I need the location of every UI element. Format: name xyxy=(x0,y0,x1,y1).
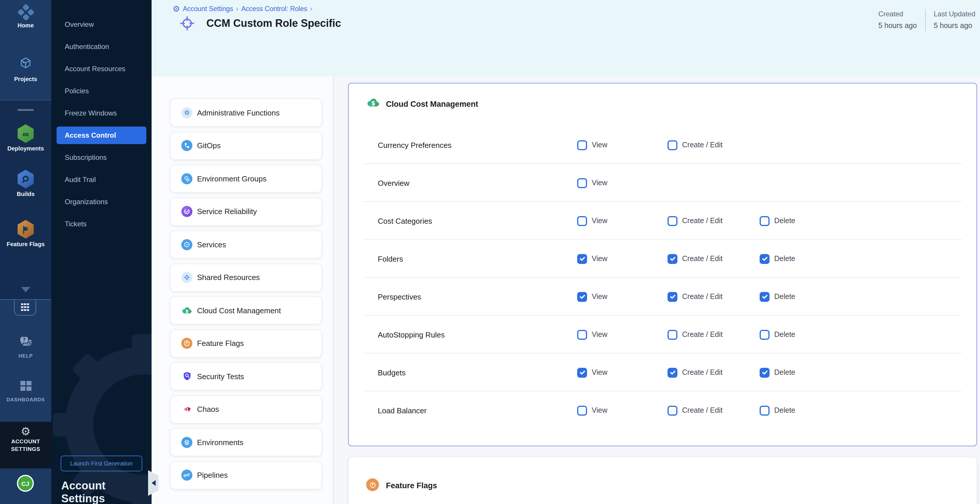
checkbox-unchecked[interactable] xyxy=(577,330,587,340)
category-item-services[interactable]: Services xyxy=(170,230,322,258)
chevron-down-icon[interactable] xyxy=(21,287,30,292)
rail-item-feature-flags[interactable]: Feature Flags xyxy=(0,220,51,248)
checkbox-label: View xyxy=(592,330,608,339)
shared-resources-icon xyxy=(181,272,192,283)
category-label: Pipelines xyxy=(197,471,228,480)
category-item-pipelines[interactable]: Pipelines xyxy=(170,461,322,489)
checkbox-unchecked[interactable] xyxy=(577,216,587,226)
permission-rows: Currency PreferencesViewCreate / EditOve… xyxy=(348,126,977,429)
category-item-chaos[interactable]: Chaos xyxy=(170,395,322,423)
checkbox-unchecked[interactable] xyxy=(668,330,678,340)
category-item-gitops[interactable]: GitOps xyxy=(170,132,322,159)
checkbox-unchecked[interactable] xyxy=(668,405,678,415)
checkbox-checked-icon[interactable] xyxy=(577,254,587,264)
rail-item-projects[interactable]: Projects xyxy=(0,55,51,83)
checkbox-unchecked[interactable] xyxy=(760,405,770,415)
checkbox-unchecked[interactable] xyxy=(577,178,587,188)
category-label: Administrative Functions xyxy=(197,108,280,117)
breadcrumb-link-access-control-roles[interactable]: Access Control: Roles xyxy=(241,5,307,12)
breadcrumb-separator: › xyxy=(236,5,239,13)
permission-checkbox-delete[interactable]: Delete xyxy=(760,330,795,340)
permission-checkbox-view[interactable]: View xyxy=(577,216,608,226)
category-item-service-reliability[interactable]: Service Reliability xyxy=(170,198,322,225)
permission-checkbox-view[interactable]: View xyxy=(577,330,608,340)
permission-checkbox-create[interactable]: Create / Edit xyxy=(668,216,722,226)
permission-checkbox-create[interactable]: Create / Edit xyxy=(668,367,722,377)
category-item-environment-groups[interactable]: Environment Groups xyxy=(170,164,322,193)
checkbox-checked-icon[interactable] xyxy=(577,367,587,377)
account-settings-sidebar: OverviewAuthenticationAccount ResourcesP… xyxy=(51,0,151,504)
permission-checkbox-delete[interactable]: Delete xyxy=(760,254,795,264)
permission-checkbox-view[interactable]: View xyxy=(577,178,608,188)
rail-item-deployments[interactable]: ∞Deployments xyxy=(0,124,51,152)
module-picker-button[interactable] xyxy=(14,299,36,316)
sidebar-item-subscriptions[interactable]: Subscriptions xyxy=(57,149,146,166)
feature-flag-circle-icon xyxy=(366,478,379,491)
checkbox-unchecked[interactable] xyxy=(760,330,770,340)
environments-layers-icon xyxy=(181,437,192,448)
category-item-shared-resources[interactable]: Shared Resources xyxy=(170,263,322,291)
breadcrumb-link-account-settings[interactable]: Account Settings xyxy=(183,5,233,12)
checkbox-checked-icon[interactable] xyxy=(577,292,587,301)
sidebar-item-organizations[interactable]: Organizations xyxy=(57,193,146,211)
permission-checkbox-delete[interactable]: Delete xyxy=(760,405,795,415)
sidebar-item-freeze-windows[interactable]: Freeze Windows xyxy=(57,104,146,122)
permission-checkbox-create[interactable]: Create / Edit xyxy=(668,292,722,301)
sidebar-item-account-resources[interactable]: Account Resources xyxy=(57,60,146,78)
launch-first-generation-button[interactable]: Launch First Generation xyxy=(60,456,142,471)
checkbox-unchecked[interactable] xyxy=(577,140,587,150)
permission-row-label: Cost Categories xyxy=(378,217,432,225)
permission-checkbox-create[interactable]: Create / Edit xyxy=(668,254,722,264)
rail-item-dashboards[interactable]: DASHBOARDS xyxy=(0,380,51,402)
sidebar-item-audit-trail[interactable]: Audit Trail xyxy=(57,171,146,188)
permission-checkbox-delete[interactable]: Delete xyxy=(760,292,795,301)
checkbox-unchecked[interactable] xyxy=(668,216,678,226)
sidebar-item-access-control[interactable]: Access Control xyxy=(57,127,146,144)
permission-checkbox-view[interactable]: View xyxy=(577,367,608,377)
checkbox-checked-icon[interactable] xyxy=(668,367,678,377)
checkbox-checked-icon[interactable] xyxy=(760,292,770,301)
checkbox-checked-icon[interactable] xyxy=(760,254,770,264)
permission-checkbox-create[interactable]: Create / Edit xyxy=(668,405,722,415)
checkbox-label: Create / Edit xyxy=(682,368,722,376)
category-label: Cloud Cost Management xyxy=(197,306,281,315)
module-icon-rail: Home Projects∞Deployments Builds Feature… xyxy=(0,0,51,504)
user-avatar[interactable]: CJ xyxy=(17,475,34,492)
category-item-feature-flags[interactable]: Feature Flags xyxy=(170,329,322,357)
rail-item-help[interactable]: ? HELP xyxy=(0,336,51,359)
sidebar-item-authentication[interactable]: Authentication xyxy=(57,38,146,56)
permission-checkbox-delete[interactable]: Delete xyxy=(760,367,795,377)
checkbox-checked-icon[interactable] xyxy=(668,254,678,264)
checkbox-label: Delete xyxy=(774,406,795,415)
category-item-environments[interactable]: Environments xyxy=(170,428,322,456)
sidebar-item-policies[interactable]: Policies xyxy=(57,82,146,100)
checkbox-label: View xyxy=(592,141,608,149)
rail-item-home[interactable]: Home xyxy=(0,5,51,29)
sidebar-item-overview[interactable]: Overview xyxy=(57,16,146,33)
permission-checkbox-view[interactable]: View xyxy=(577,292,608,301)
category-label: Security Tests xyxy=(197,372,244,381)
rail-item-label: Feature Flags xyxy=(0,241,51,248)
permission-checkbox-view[interactable]: View xyxy=(577,254,608,264)
panel-header: $ Cloud Cost Management xyxy=(348,83,977,126)
permission-checkbox-view[interactable]: View xyxy=(577,405,608,415)
checkbox-unchecked[interactable] xyxy=(760,216,770,226)
checkbox-unchecked[interactable] xyxy=(668,140,678,150)
category-item-administrative-functions[interactable]: ⚙Administrative Functions xyxy=(170,99,322,127)
sidebar-item-tickets[interactable]: Tickets xyxy=(57,215,146,233)
checkbox-checked-icon[interactable] xyxy=(668,292,678,301)
rail-item-builds[interactable]: Builds xyxy=(0,170,51,198)
permission-checkbox-view[interactable]: View xyxy=(577,140,608,150)
permission-checkbox-create[interactable]: Create / Edit xyxy=(668,140,722,150)
rail-item-account-settings[interactable]: ⚙ACCOUNT SETTINGS xyxy=(0,426,51,453)
category-item-cloud-cost-management[interactable]: $Cloud Cost Management xyxy=(170,296,322,324)
category-label: Services xyxy=(197,240,226,249)
checkbox-unchecked[interactable] xyxy=(577,405,587,415)
checkbox-checked-icon[interactable] xyxy=(760,367,770,377)
feature-flag-circle-icon xyxy=(181,338,192,349)
permission-checkbox-create[interactable]: Create / Edit xyxy=(668,330,722,340)
gear-watermark xyxy=(51,318,151,504)
permission-checkbox-delete[interactable]: Delete xyxy=(760,216,795,226)
feature-flag-hex-icon xyxy=(17,220,34,239)
category-item-security-tests[interactable]: Security Tests xyxy=(170,362,322,390)
